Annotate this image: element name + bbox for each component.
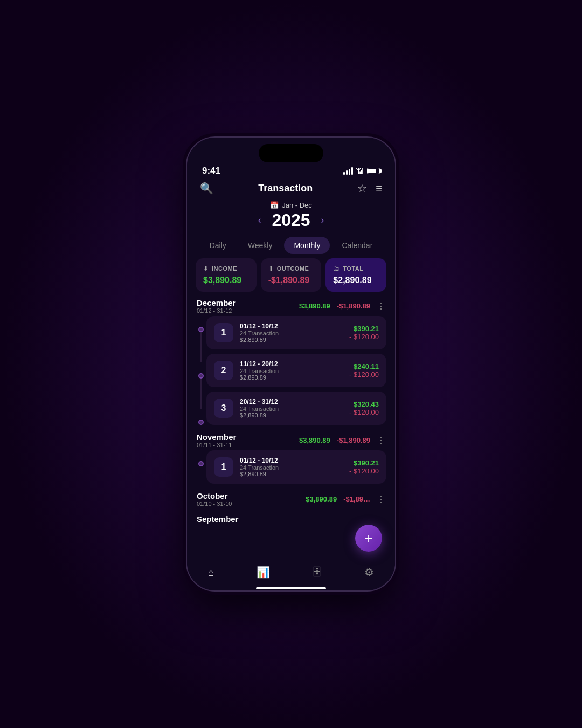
timeline-line [196, 316, 206, 425]
favorite-button[interactable]: ☆ [357, 182, 367, 195]
signal-icon [343, 167, 353, 175]
nav-settings[interactable]: ⚙ [356, 564, 383, 581]
status-bar: 9:41 📶︎ [187, 162, 395, 176]
period-amounts-dec-3: $320.43 - $120.00 [349, 400, 379, 416]
month-dates-november: 01/11 - 31-11 [197, 442, 236, 448]
timeline-dot-2 [198, 373, 204, 379]
month-outcome-october: -$1,89… [343, 495, 370, 503]
outcome-icon: ⬆ [268, 265, 274, 272]
period-card-nov-1[interactable]: 1 01/12 - 10/12 24 Transaction $2,890.89… [206, 450, 386, 484]
month-section-december: December 01/12 - 31-12 $3,890.89 -$1,890… [196, 298, 386, 425]
month-section-november: November 01/11 - 31-11 $3,890.89 -$1,890… [196, 432, 386, 484]
tab-weekly[interactable]: Weekly [238, 237, 282, 254]
summary-cards: ⬇ INCOME $3,890.89 ⬆ OUTCOME -$1,890.89 … [187, 258, 395, 292]
period-income-dec-2: $240.11 [349, 362, 379, 370]
settings-icon: ⚙ [364, 566, 374, 579]
month-outcome-december: -$1,890.89 [337, 302, 370, 310]
timeline-november: 1 01/12 - 10/12 24 Transaction $2,890.89… [196, 450, 386, 484]
period-info-nov-1: 01/12 - 10/12 24 Transaction $2,890.89 [240, 457, 343, 477]
search-button[interactable]: 🔍 [200, 182, 213, 195]
period-outcome-nov-1: - $120.00 [349, 467, 379, 475]
total-icon: 🗂 [333, 265, 340, 272]
period-card-dec-3[interactable]: 3 20/12 - 31/12 24 Transaction $2,890.89… [206, 392, 386, 425]
period-card-dec-1[interactable]: 1 01/12 - 10/12 24 Transaction $2,890.89… [206, 316, 386, 349]
nav-analytics[interactable]: 📊 [248, 564, 279, 581]
tab-monthly[interactable]: Monthly [284, 237, 330, 254]
database-icon: 🗄 [311, 566, 322, 579]
period-dates-nov-1: 01/12 - 10/12 [240, 457, 343, 464]
timeline-dot-1 [198, 327, 204, 332]
period-outcome-dec-1: - $120.00 [349, 333, 379, 341]
period-tx-dec-1: 24 Transaction [240, 330, 343, 336]
period-amounts-dec-1: $390.21 - $120.00 [349, 325, 379, 341]
page-title: Transaction [258, 183, 313, 194]
month-outcome-november: -$1,890.89 [337, 436, 370, 444]
period-amounts-dec-2: $240.11 - $120.00 [349, 362, 379, 379]
period-balance-nov-1: $2,890.89 [240, 471, 343, 477]
year-label: 2025 [272, 210, 310, 230]
date-range: 📅 Jan - Dec ‹ 2025 › [187, 199, 395, 231]
analytics-icon: 📊 [257, 566, 270, 579]
timeline-december: 1 01/12 - 10/12 24 Transaction $2,890.89… [196, 316, 386, 425]
date-year-row: ‹ 2025 › [187, 210, 395, 230]
month-name-october: October [197, 491, 232, 500]
period-card-dec-2[interactable]: 2 11/12 - 20/12 24 Transaction $2,890.89… [206, 354, 386, 387]
total-value: $2,890.89 [333, 276, 379, 285]
period-num-2: 2 [214, 361, 233, 380]
home-indicator [256, 587, 326, 589]
period-info-dec-2: 11/12 - 20/12 24 Transaction $2,890.89 [240, 360, 343, 381]
timeline-dot-3 [198, 420, 204, 425]
month-name-december: December [197, 298, 236, 307]
period-income-nov-1: $390.21 [349, 459, 379, 467]
period-dates-dec-1: 01/12 - 10/12 [240, 322, 343, 330]
timeline-dot-nov-1 [198, 461, 204, 466]
dynamic-island [259, 144, 323, 162]
period-balance-dec-3: $2,890.89 [240, 412, 343, 418]
tab-calendar[interactable]: Calendar [332, 237, 382, 254]
period-income-dec-3: $320.43 [349, 400, 379, 408]
month-header-october: October 01/10 - 31-10 $3,890.89 -$1,89… … [196, 491, 386, 507]
period-info-dec-3: 20/12 - 31/12 24 Transaction $2,890.89 [240, 398, 343, 418]
transactions-list[interactable]: December 01/12 - 31-12 $3,890.89 -$1,890… [187, 292, 395, 558]
outcome-card: ⬆ OUTCOME -$1,890.89 [261, 258, 322, 292]
month-name-november: November [197, 432, 236, 442]
outcome-value: -$1,890.89 [268, 276, 314, 285]
period-balance-dec-2: $2,890.89 [240, 374, 343, 381]
wifi-icon: 📶︎ [356, 167, 364, 175]
status-time: 9:41 [202, 166, 220, 176]
month-income-october: $3,890.89 [306, 495, 337, 503]
income-icon: ⬇ [203, 265, 209, 272]
nav-home[interactable]: ⌂ [199, 564, 223, 581]
month-more-december[interactable]: ⋮ [377, 301, 385, 311]
prev-year-button[interactable]: ‹ [258, 215, 261, 226]
total-label: TOTAL [343, 265, 363, 272]
add-transaction-button[interactable]: + [355, 525, 382, 552]
period-dates-dec-2: 11/12 - 20/12 [240, 360, 343, 368]
nav-database[interactable]: 🗄 [303, 564, 331, 581]
month-more-october[interactable]: ⋮ [377, 494, 385, 504]
period-amounts-nov-1: $390.21 - $120.00 [349, 459, 379, 475]
status-icons: 📶︎ [343, 167, 380, 175]
month-header-november: November 01/11 - 31-11 $3,890.89 -$1,890… [196, 432, 386, 448]
period-tx-dec-3: 24 Transaction [240, 406, 343, 412]
period-cards-november: 1 01/12 - 10/12 24 Transaction $2,890.89… [206, 450, 386, 484]
next-year-button[interactable]: › [321, 215, 324, 226]
outcome-label: OUTCOME [277, 265, 309, 272]
month-section-october: October 01/10 - 31-10 $3,890.89 -$1,89… … [196, 491, 386, 507]
month-dates-october: 01/10 - 31-10 [197, 500, 232, 507]
timeline-line-nov [196, 450, 206, 484]
battery-icon [367, 168, 380, 174]
month-header-september: September [196, 514, 386, 524]
period-cards-december: 1 01/12 - 10/12 24 Transaction $2,890.89… [206, 316, 386, 425]
menu-button[interactable]: ≡ [376, 182, 382, 195]
period-tx-nov-1: 24 Transaction [240, 464, 343, 471]
header: 🔍 Transaction ☆ ≡ [187, 176, 395, 199]
month-dates-december: 01/12 - 31-12 [197, 307, 236, 314]
header-actions: ☆ ≡ [357, 182, 382, 195]
period-num-nov-1: 1 [214, 457, 233, 477]
month-more-november[interactable]: ⋮ [377, 435, 385, 445]
period-income-dec-1: $390.21 [349, 325, 379, 333]
income-value: $3,890.89 [203, 276, 249, 285]
month-section-september: September [196, 514, 386, 524]
tab-daily[interactable]: Daily [200, 237, 236, 254]
